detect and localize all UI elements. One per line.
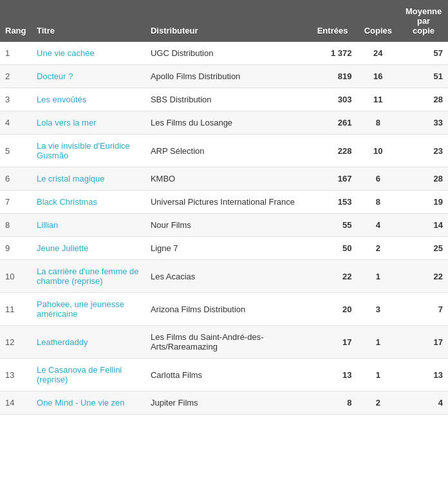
header-distributeur: Distributeur bbox=[145, 0, 308, 42]
title-link[interactable]: Le Casanova de Fellini (reprise) bbox=[37, 365, 122, 384]
cell-moyenne: 57 bbox=[399, 42, 448, 65]
cell-titre[interactable]: Le Casanova de Fellini (reprise) bbox=[32, 359, 145, 391]
cell-moyenne: 17 bbox=[399, 326, 448, 359]
cell-copies: 1 bbox=[357, 359, 399, 391]
table-row: 9Jeune JulietteLigne 750225 bbox=[0, 237, 448, 260]
cell-distributeur: Ligne 7 bbox=[145, 237, 308, 260]
cell-copies: 16 bbox=[357, 65, 399, 88]
cell-entrees: 261 bbox=[308, 111, 357, 135]
cell-distributeur: Nour Films bbox=[145, 214, 308, 237]
title-link[interactable]: Black Christmas bbox=[37, 197, 97, 207]
cell-entrees: 8 bbox=[308, 391, 357, 415]
cell-titre[interactable]: Lola vers la mer bbox=[32, 111, 145, 135]
cell-copies: 1 bbox=[357, 326, 399, 359]
cell-moyenne: 28 bbox=[399, 167, 448, 191]
table-row: 3Les envoûtésSBS Distribution3031128 bbox=[0, 88, 448, 111]
title-link[interactable]: La carrière d'une femme de chambre (repr… bbox=[37, 267, 139, 286]
cell-titre[interactable]: La vie invisible d'Euridice Gusmão bbox=[32, 135, 145, 167]
cell-titre[interactable]: Leatherdaddy bbox=[32, 326, 145, 359]
cell-distributeur: Les Films du Saint-André-des-Arts/Raream… bbox=[145, 326, 308, 359]
cell-entrees: 153 bbox=[308, 191, 357, 214]
cell-moyenne: 19 bbox=[399, 191, 448, 214]
cell-moyenne: 22 bbox=[399, 260, 448, 293]
cell-rang: 10 bbox=[0, 260, 32, 293]
table-row: 5La vie invisible d'Euridice GusmãoARP S… bbox=[0, 135, 448, 167]
cell-rang: 7 bbox=[0, 191, 32, 214]
cell-moyenne: 51 bbox=[399, 65, 448, 88]
cell-rang: 2 bbox=[0, 65, 32, 88]
title-link[interactable]: Jeune Juliette bbox=[37, 243, 88, 253]
cell-distributeur: Les Acacias bbox=[145, 260, 308, 293]
table-row: 10La carrière d'une femme de chambre (re… bbox=[0, 260, 448, 293]
cell-titre[interactable]: Jeune Juliette bbox=[32, 237, 145, 260]
cell-distributeur: SBS Distribution bbox=[145, 88, 308, 111]
cell-titre[interactable]: Pahokee, une jeunesse américaine bbox=[32, 293, 145, 326]
cell-copies: 1 bbox=[357, 260, 399, 293]
cell-titre[interactable]: Une vie cachée bbox=[32, 42, 145, 65]
header-rang: Rang bbox=[0, 0, 32, 42]
cell-distributeur: Jupiter Films bbox=[145, 391, 308, 415]
title-link[interactable]: Une vie cachée bbox=[37, 48, 95, 58]
cell-moyenne: 14 bbox=[399, 214, 448, 237]
table-row: 14One Mind - Une vie zenJupiter Films824 bbox=[0, 391, 448, 415]
cell-entrees: 17 bbox=[308, 326, 357, 359]
cell-entrees: 50 bbox=[308, 237, 357, 260]
cell-entrees: 13 bbox=[308, 359, 357, 391]
cell-moyenne: 13 bbox=[399, 359, 448, 391]
cell-moyenne: 23 bbox=[399, 135, 448, 167]
cell-entrees: 819 bbox=[308, 65, 357, 88]
table-row: 4Lola vers la merLes Films du Losange261… bbox=[0, 111, 448, 135]
cell-rang: 11 bbox=[0, 293, 32, 326]
title-link[interactable]: Docteur ? bbox=[37, 71, 73, 81]
cell-distributeur: Les Films du Losange bbox=[145, 111, 308, 135]
cell-distributeur: Apollo Films Distribution bbox=[145, 65, 308, 88]
cell-moyenne: 33 bbox=[399, 111, 448, 135]
cell-rang: 3 bbox=[0, 88, 32, 111]
cell-copies: 10 bbox=[357, 135, 399, 167]
cell-moyenne: 25 bbox=[399, 237, 448, 260]
cell-copies: 11 bbox=[357, 88, 399, 111]
title-link[interactable]: Le cristal magique bbox=[37, 174, 105, 183]
cell-titre[interactable]: One Mind - Une vie zen bbox=[32, 391, 145, 415]
cell-entrees: 303 bbox=[308, 88, 357, 111]
cell-rang: 8 bbox=[0, 214, 32, 237]
title-link[interactable]: La vie invisible d'Euridice Gusmão bbox=[37, 141, 130, 160]
table-row: 7Black ChristmasUniversal Pictures Inter… bbox=[0, 191, 448, 214]
table-row: 12LeatherdaddyLes Films du Saint-André-d… bbox=[0, 326, 448, 359]
cell-copies: 4 bbox=[357, 214, 399, 237]
cell-copies: 6 bbox=[357, 167, 399, 191]
title-link[interactable]: Leatherdaddy bbox=[37, 337, 88, 347]
header-copies: Copies bbox=[357, 0, 399, 42]
cell-titre[interactable]: Lillian bbox=[32, 214, 145, 237]
cell-copies: 8 bbox=[357, 111, 399, 135]
cell-titre[interactable]: Les envoûtés bbox=[32, 88, 145, 111]
title-link[interactable]: One Mind - Une vie zen bbox=[37, 398, 125, 408]
table-row: 2Docteur ?Apollo Films Distribution81916… bbox=[0, 65, 448, 88]
cell-copies: 8 bbox=[357, 191, 399, 214]
cell-distributeur: UGC Distribution bbox=[145, 42, 308, 65]
cell-titre[interactable]: Docteur ? bbox=[32, 65, 145, 88]
title-link[interactable]: Les envoûtés bbox=[37, 95, 86, 104]
cell-distributeur: Carlotta Films bbox=[145, 359, 308, 391]
table-row: 11Pahokee, une jeunesse américaineArizon… bbox=[0, 293, 448, 326]
cell-rang: 4 bbox=[0, 111, 32, 135]
header-moyenne: Moyenne par copie bbox=[399, 0, 448, 42]
cell-entrees: 22 bbox=[308, 260, 357, 293]
cell-rang: 6 bbox=[0, 167, 32, 191]
table-row: 13Le Casanova de Fellini (reprise)Carlot… bbox=[0, 359, 448, 391]
cell-entrees: 20 bbox=[308, 293, 357, 326]
cell-rang: 14 bbox=[0, 391, 32, 415]
title-link[interactable]: Lillian bbox=[37, 220, 58, 230]
header-titre: Titre bbox=[32, 0, 145, 42]
cell-rang: 5 bbox=[0, 135, 32, 167]
title-link[interactable]: Pahokee, une jeunesse américaine bbox=[37, 299, 124, 319]
cell-rang: 13 bbox=[0, 359, 32, 391]
cell-copies: 2 bbox=[357, 391, 399, 415]
cell-titre[interactable]: Le cristal magique bbox=[32, 167, 145, 191]
cell-entrees: 55 bbox=[308, 214, 357, 237]
cell-moyenne: 4 bbox=[399, 391, 448, 415]
cell-titre[interactable]: La carrière d'une femme de chambre (repr… bbox=[32, 260, 145, 293]
title-link[interactable]: Lola vers la mer bbox=[37, 118, 96, 127]
cell-titre[interactable]: Black Christmas bbox=[32, 191, 145, 214]
cell-rang: 1 bbox=[0, 42, 32, 65]
